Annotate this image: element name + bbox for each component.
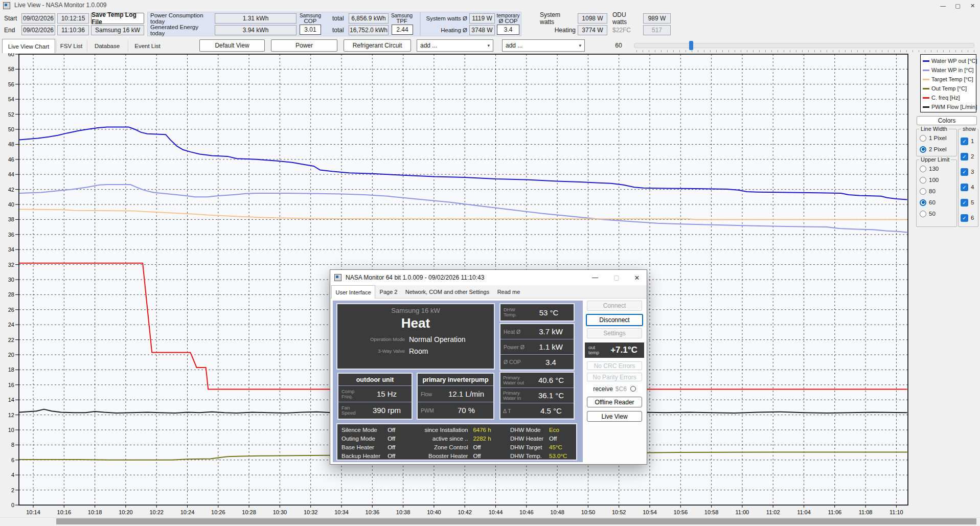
legend-item[interactable]: C. freq [Hz]: [923, 93, 976, 102]
line-width-option[interactable]: 2 Pixel: [917, 144, 956, 155]
legend-label: PWM Flow [L/min]: [931, 104, 977, 110]
slider-tick: [722, 50, 723, 52]
power-consumption-value: 1.31 kWh: [215, 13, 297, 24]
upper-limit-option[interactable]: 130: [917, 163, 956, 174]
slider-tick: [753, 50, 754, 52]
show-series-option[interactable]: ✓2: [959, 149, 978, 164]
x-axis-label: 10:34: [334, 509, 349, 515]
time-slider-thumb[interactable]: [689, 41, 693, 50]
legend-item[interactable]: Target Temp [°C]: [923, 75, 976, 84]
save-temp-log-button[interactable]: Save Temp Log File: [91, 13, 144, 24]
upper-limit-option[interactable]: 100: [917, 174, 956, 186]
out-temp-value: +7.1°C: [604, 345, 644, 355]
y-axis-label: 14: [8, 397, 14, 403]
connect-button: Connect: [587, 301, 642, 311]
start-date-field[interactable]: 09/02/2026: [21, 13, 55, 24]
offline-reader-button[interactable]: Offline Reader: [587, 397, 642, 407]
legend-label: Out Temp [°C]: [931, 85, 967, 92]
x-axis-label: 10:50: [581, 509, 596, 515]
y-axis-label: 44: [8, 171, 14, 177]
slider-tick-marks: [0, 50, 980, 53]
line-width-option[interactable]: 1 Pixel: [917, 132, 956, 144]
model-label: Samsung 16 kW: [337, 307, 494, 314]
show-series-option[interactable]: ✓4: [959, 179, 978, 195]
y-axis-label: 6: [11, 457, 14, 463]
legend-color-swatch: [923, 79, 929, 80]
maximize-button[interactable]: ▢: [950, 0, 965, 11]
show-series-option[interactable]: ✓6: [959, 210, 978, 225]
generated-energy-value: 3.94 kWh: [215, 25, 297, 35]
status-cell: DHW Mode: [510, 427, 549, 433]
dialog-maximize-button: ▢: [606, 270, 627, 285]
dialog-minimize-button[interactable]: —: [585, 270, 605, 285]
upper-limit-label: 50: [929, 211, 936, 217]
inverterpump-panel: primary inverterpump Flow 12.1 L/min PWM…: [417, 373, 494, 420]
upper-limit-option[interactable]: 50: [917, 208, 956, 219]
primary-out-label-line2: Water out: [503, 380, 529, 385]
start-time-field[interactable]: 10:12:15: [57, 13, 89, 24]
x-axis-label: 10:52: [612, 509, 626, 515]
live-view-button[interactable]: Live View: [587, 411, 642, 422]
pwm-label: PWM: [421, 408, 439, 413]
samsung-cop-header-line2: COP: [304, 18, 317, 24]
x-axis-label: 10:38: [396, 509, 411, 515]
heating-avg-label: Heating Ø: [422, 25, 467, 35]
y-axis-label: 46: [8, 156, 14, 163]
dialog-close-button[interactable]: ✕: [627, 270, 647, 285]
y-axis-label: 0: [11, 502, 14, 508]
end-date-field[interactable]: 09/02/2026: [21, 25, 55, 35]
slider-tick: [955, 50, 956, 52]
status-cell: 53.0°C: [549, 453, 576, 459]
slider-tick: [833, 50, 833, 52]
main-titlebar: Live View - NASA Monitor 1.0.009 — ▢ ✕: [0, 0, 980, 11]
y-axis-label: 42: [8, 187, 14, 193]
slider-tick: [704, 50, 704, 52]
status-cell: 2282 h: [473, 436, 502, 442]
device-field: Samsung 16 kW: [91, 25, 144, 35]
radio-icon: [920, 188, 926, 195]
odu-watts-label: ODU watts: [612, 13, 641, 24]
generated-energy-label: Generated Energy today: [150, 25, 214, 35]
minimize-button[interactable]: —: [936, 0, 950, 11]
chevron-down-icon: ▾: [487, 43, 490, 48]
upper-limit-option[interactable]: 80: [917, 186, 956, 197]
total-generated-value: 16,752.0 kWh: [349, 25, 389, 35]
legend-item[interactable]: PWM Flow [L/min]: [923, 102, 976, 111]
legend-item[interactable]: Out Temp [°C]: [923, 84, 976, 93]
checkbox-icon: ✓: [961, 153, 968, 161]
show-series-option[interactable]: ✓3: [959, 164, 978, 179]
dialog-tab-network-settings[interactable]: Network, COM and other Settings: [402, 285, 493, 299]
radio-icon: [920, 211, 926, 217]
legend-item[interactable]: Water WP in [°C]: [923, 65, 976, 75]
dhw-temp-panel: DHW Temp. 53 °C: [499, 303, 575, 322]
upper-limit-label: 80: [929, 188, 936, 194]
heating-value: 3774 W: [578, 25, 607, 35]
disconnect-button[interactable]: Disconnect: [586, 314, 643, 326]
slider-tick: [716, 50, 717, 52]
x-axis-label: 10:20: [119, 509, 133, 515]
upper-limit-option[interactable]: 60: [917, 197, 956, 208]
show-series-option[interactable]: ✓5: [959, 195, 978, 210]
settings-button: Settings: [587, 328, 642, 338]
legend-item[interactable]: Water WP out [°C]: [923, 56, 976, 65]
dialog-tab-user-interface[interactable]: User Interface: [331, 285, 375, 299]
slider-tick: [808, 50, 809, 52]
dialog-tab-page-2[interactable]: Page 2: [376, 285, 401, 299]
colors-button[interactable]: Colors: [917, 116, 977, 125]
legend-label: Water WP in [°C]: [931, 67, 974, 73]
y-axis-label: 54: [8, 96, 14, 102]
receive-indicator: receive $C6: [587, 384, 642, 393]
x-axis-label: 10:36: [366, 509, 380, 515]
heat-avg-value: 3.7 kW: [528, 327, 574, 336]
slider-tick: [747, 50, 747, 52]
x-axis-label: 10:56: [674, 509, 688, 515]
horizontal-scrollbar-thumb[interactable]: [56, 518, 976, 524]
dialog-tab-read-me[interactable]: Read me: [494, 285, 523, 299]
show-series-option[interactable]: ✓1: [959, 133, 978, 149]
status-cell: active since ..: [415, 436, 468, 442]
y-axis-label: 4: [11, 472, 14, 478]
end-time-field[interactable]: 11:10:36: [57, 25, 89, 35]
x-axis-label: 10:58: [704, 509, 719, 515]
close-button[interactable]: ✕: [965, 0, 980, 11]
time-slider-track[interactable]: [634, 43, 974, 48]
